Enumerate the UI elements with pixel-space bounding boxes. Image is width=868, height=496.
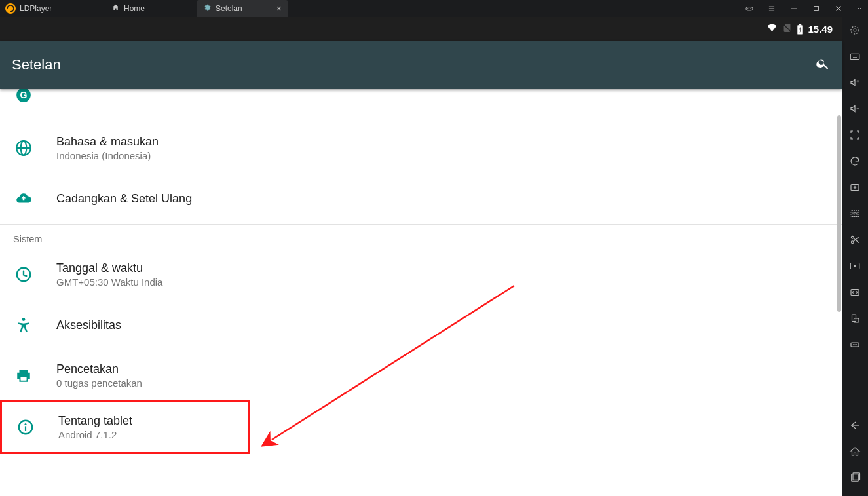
svg-point-5: [751, 9, 751, 9]
settings-item-subtitle: Android 7.1.2: [58, 429, 132, 440]
settings-item-label: Bahasa & masukan: [56, 135, 159, 149]
tool-sync[interactable]: [842, 156, 868, 169]
tool-settings-gear[interactable]: [842, 25, 868, 38]
tool-screenshot[interactable]: [842, 235, 868, 248]
tool-fullscreen[interactable]: [842, 130, 868, 143]
android-statusbar[interactable]: 15.49: [0, 17, 842, 41]
add-window-icon: [849, 181, 861, 196]
menu-button[interactable]: [761, 0, 783, 17]
svg-point-46: [851, 236, 854, 238]
svg-point-4: [750, 8, 751, 9]
ldplayer-logo-icon: [5, 3, 16, 14]
svg-rect-1: [746, 7, 753, 10]
settings-item-label: Pencetakan: [56, 362, 142, 376]
svg-point-47: [851, 241, 854, 244]
appbar-title: Setelan: [12, 56, 61, 73]
settings-category-system: Sistem: [0, 225, 842, 250]
volume-up-icon: [849, 77, 861, 91]
tab-settings-label: Setelan: [216, 4, 242, 13]
volume-down-icon: [849, 103, 861, 117]
google-icon: G: [13, 89, 34, 104]
more-icon: [849, 339, 861, 353]
settings-item-label: Tentang tablet: [58, 414, 132, 428]
android-settings-icon: [203, 3, 212, 14]
svg-point-57: [854, 344, 856, 345]
svg-text:G: G: [20, 90, 28, 100]
gear-dashed-icon: [849, 24, 861, 39]
android-screen: 15.49 Setelan G Google: [0, 17, 842, 496]
sync-icon: [849, 155, 861, 170]
svg-point-23: [22, 318, 26, 321]
emulator-titlebar: LDPlayer Home Setelan ×: [0, 0, 868, 17]
settings-list: G Google Bahasa & masukan Indonesia (Ind…: [0, 89, 842, 496]
settings-item-google[interactable]: G Google: [0, 89, 842, 115]
fullscreen-icon: [849, 129, 861, 143]
window-maximize-button[interactable]: [805, 0, 827, 17]
svg-rect-15: [799, 24, 801, 25]
settings-item-language[interactable]: Bahasa & masukan Indonesia (Indonesia): [0, 123, 842, 173]
settings-item-about[interactable]: Tentang tablet Android 7.1.2: [2, 402, 248, 452]
swap-icon: [849, 286, 861, 301]
window-close-button[interactable]: [827, 0, 850, 17]
settings-item-accessibility[interactable]: Aksesibilitas: [0, 299, 842, 351]
printer-icon: [13, 367, 34, 384]
settings-item-label: Cadangkan & Setel Ulang: [56, 192, 192, 206]
android-nav-home[interactable]: [842, 446, 868, 459]
android-nav-recent[interactable]: [842, 472, 868, 486]
emulator-brand: LDPlayer: [20, 4, 105, 13]
settings-item-subtitle: 0 tugas pencetakan: [56, 377, 142, 389]
android-nav-back[interactable]: [842, 420, 868, 433]
tool-more[interactable]: [842, 339, 868, 353]
search-button[interactable]: [816, 56, 830, 73]
search-icon: [816, 62, 830, 73]
apk-icon: APK: [849, 208, 861, 222]
battery-charging-icon: [797, 24, 804, 35]
settings-appbar: Setelan: [0, 41, 842, 89]
svg-point-29: [851, 26, 859, 34]
svg-text:APK: APK: [852, 212, 858, 216]
settings-item-datetime[interactable]: Tanggal & waktu GMT+05:30 Waktu India: [0, 250, 842, 299]
cloud-upload-icon: [13, 190, 34, 207]
globe-icon: [13, 140, 34, 157]
svg-rect-24: [21, 377, 27, 380]
tool-rotate[interactable]: [842, 313, 868, 326]
tool-keyboard-map[interactable]: [842, 51, 868, 64]
tab-settings[interactable]: Setelan ×: [197, 0, 288, 17]
recent-icon: [849, 472, 861, 486]
sidebar-collapse-button[interactable]: [850, 0, 868, 17]
settings-item-subtitle: GMT+05:30 Waktu India: [56, 277, 162, 288]
settings-item-label: Aksesibilitas: [56, 318, 121, 332]
settings-item-backup[interactable]: Cadangkan & Setel Ulang: [0, 173, 842, 224]
video-play-icon: [849, 260, 861, 275]
window-controls: [738, 0, 868, 17]
tool-volume-down[interactable]: [842, 104, 868, 117]
tool-install-apk[interactable]: APK: [842, 208, 868, 221]
svg-rect-54: [854, 318, 859, 322]
wifi-icon: [766, 22, 778, 35]
svg-rect-10: [814, 7, 819, 11]
settings-item-printing[interactable]: Pencetakan 0 tugas pencetakan: [0, 351, 842, 400]
scissors-icon: [849, 234, 861, 248]
accessibility-icon: [13, 316, 34, 334]
no-sim-icon: [782, 22, 793, 35]
back-icon: [849, 419, 861, 434]
tool-video-record[interactable]: [842, 261, 868, 274]
svg-rect-31: [850, 54, 859, 59]
svg-point-58: [856, 344, 858, 345]
statusbar-clock: 15.49: [808, 24, 833, 35]
tab-home-label: Home: [124, 4, 145, 13]
scrollbar-thumb[interactable]: [837, 115, 841, 312]
gamepad-button[interactable]: [738, 0, 761, 17]
tab-home[interactable]: Home: [105, 0, 197, 17]
svg-point-30: [854, 29, 856, 31]
rotate-icon: [849, 313, 861, 327]
tool-operation-record[interactable]: [842, 287, 868, 300]
window-minimize-button[interactable]: [783, 0, 805, 17]
svg-point-26: [24, 423, 26, 425]
annotation-highlight-box: Tentang tablet Android 7.1.2: [0, 400, 250, 454]
tool-multi-instance[interactable]: [842, 182, 868, 195]
tab-close-button[interactable]: ×: [276, 4, 282, 13]
clock-icon: [13, 266, 34, 283]
home-nav-icon: [849, 446, 861, 460]
tool-volume-up[interactable]: [842, 77, 868, 90]
